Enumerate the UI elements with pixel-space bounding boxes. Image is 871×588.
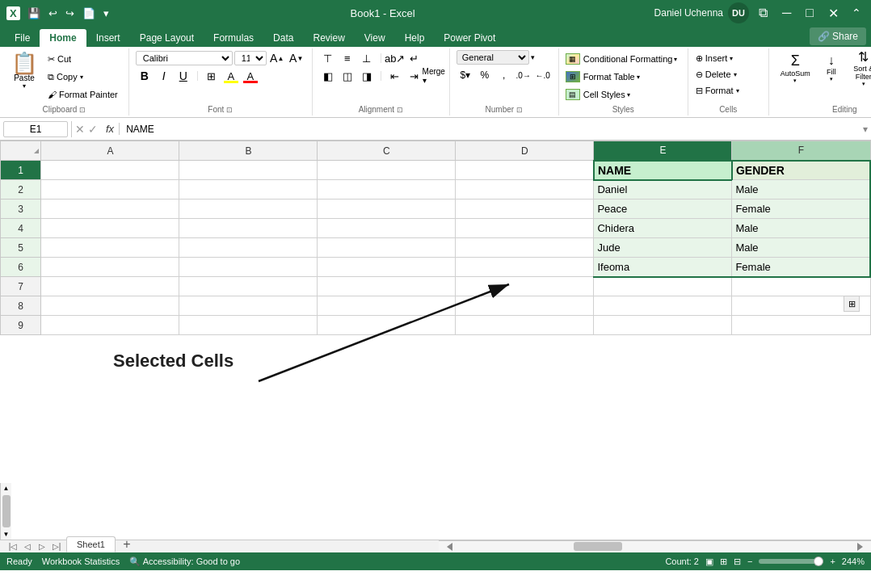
cell-d5[interactable] — [456, 238, 594, 258]
cell-b6[interactable] — [179, 258, 318, 277]
cell-c6[interactable] — [318, 258, 456, 277]
cell-styles-button[interactable]: ▤ Cell Styles ▾ — [562, 86, 633, 103]
wrap-text-button[interactable]: ↵ — [406, 50, 423, 66]
col-header-d[interactable]: D — [456, 141, 594, 161]
middle-align-button[interactable]: ≡ — [339, 50, 356, 66]
sheet-nav-first[interactable]: |◁ — [6, 540, 19, 552]
fill-color-button[interactable]: A — [222, 68, 240, 84]
grid-scroll[interactable]: A B C D E F 1 NAME GENDER — [0, 141, 871, 483]
cell-d1[interactable] — [456, 161, 594, 180]
cell-d3[interactable] — [456, 200, 594, 219]
grow-font-button[interactable]: A▲ — [268, 50, 286, 66]
orientation-button[interactable]: ab↗ — [386, 50, 404, 66]
cancel-icon[interactable]: ✕ — [75, 123, 85, 136]
zoom-slider-thumb[interactable] — [814, 556, 823, 566]
corner-select-all[interactable] — [1, 141, 41, 161]
paste-button[interactable]: 📋 Paste ▾ — [6, 50, 42, 92]
decrease-indent-button[interactable]: ⇤ — [386, 68, 404, 84]
row-num-2[interactable]: 2 — [1, 180, 41, 200]
cell-e1[interactable]: NAME — [594, 161, 732, 180]
shrink-font-button[interactable]: A▼ — [288, 50, 305, 66]
fill-button[interactable]: ↓ Fill ▾ — [817, 50, 846, 86]
sheet-nav-last[interactable]: ▷| — [50, 540, 63, 552]
cell-d2[interactable] — [456, 180, 594, 200]
customize-icon[interactable]: ▾ — [101, 6, 112, 21]
cell-a1[interactable] — [41, 161, 179, 180]
cell-d6[interactable] — [456, 258, 594, 277]
cell-b7[interactable] — [179, 277, 318, 296]
tab-insert[interactable]: Insert — [86, 29, 130, 47]
cell-e8[interactable] — [594, 296, 732, 316]
cell-c8[interactable] — [318, 296, 456, 316]
tab-view[interactable]: View — [355, 29, 395, 47]
cell-f2[interactable]: Male — [732, 180, 870, 200]
tab-power-pivot[interactable]: Power Pivot — [434, 29, 505, 47]
scroll-thumb[interactable] — [2, 495, 11, 527]
col-header-f[interactable]: F — [732, 141, 870, 161]
cell-a7[interactable] — [41, 277, 179, 296]
scroll-left-button[interactable] — [447, 543, 452, 551]
sheet-nav-next[interactable]: ▷ — [36, 540, 48, 552]
row-num-9[interactable]: 9 — [1, 316, 41, 335]
scroll-thumb-h[interactable] — [574, 542, 622, 551]
insert-button[interactable]: ⊕ Insert ▾ — [692, 50, 738, 66]
horizontal-scroll-track[interactable] — [439, 540, 871, 552]
tab-help[interactable]: Help — [395, 29, 435, 47]
page-break-view-icon[interactable]: ⊟ — [734, 556, 741, 567]
page-layout-view-icon[interactable]: ⊞ — [720, 556, 727, 567]
cell-d9[interactable] — [456, 316, 594, 335]
cut-button[interactable]: ✂ Cut — [44, 51, 122, 67]
delete-button[interactable]: ⊖ Delete ▾ — [692, 66, 741, 82]
cell-b8[interactable] — [179, 296, 318, 316]
cell-c2[interactable] — [318, 180, 456, 200]
cell-e9[interactable] — [594, 316, 732, 335]
user-avatar[interactable]: DU — [728, 2, 749, 23]
cell-e6[interactable]: Ifeoma — [594, 258, 732, 277]
cell-c7[interactable] — [318, 277, 456, 296]
conditional-formatting-button[interactable]: ▦ Conditional Formatting ▾ — [562, 50, 681, 68]
sort-filter-button[interactable]: ⇅ Sort &Filter ▾ — [848, 50, 871, 86]
cell-b2[interactable] — [179, 180, 318, 200]
cell-d4[interactable] — [456, 219, 594, 238]
currency-button[interactable]: $▾ — [457, 67, 474, 83]
cell-a4[interactable] — [41, 219, 179, 238]
sheet-nav-prev[interactable]: ◁ — [21, 540, 34, 552]
redo-icon[interactable]: ↪ — [63, 6, 77, 21]
cell-f7[interactable] — [732, 277, 870, 296]
cell-a5[interactable] — [41, 238, 179, 258]
tab-home[interactable]: Home — [40, 29, 86, 47]
tab-page-layout[interactable]: Page Layout — [130, 29, 204, 47]
col-header-e[interactable]: E — [594, 141, 732, 161]
zoom-level[interactable]: 244% — [842, 556, 865, 566]
scroll-down-button[interactable]: ▼ — [1, 529, 11, 540]
cell-c3[interactable] — [318, 200, 456, 219]
copy-button[interactable]: ⧉ Copy ▾ — [44, 69, 122, 85]
save-icon[interactable]: 💾 — [25, 6, 43, 21]
cell-d8[interactable] — [456, 296, 594, 316]
cell-e5[interactable]: Jude — [594, 238, 732, 258]
font-size-selector[interactable]: 11 — [234, 51, 267, 65]
row-num-3[interactable]: 3 — [1, 200, 41, 219]
row-num-6[interactable]: 6 — [1, 258, 41, 277]
cell-reference-box[interactable] — [3, 121, 68, 137]
center-align-button[interactable]: ◫ — [339, 68, 356, 84]
cell-e3[interactable]: Peace — [594, 200, 732, 219]
format-button[interactable]: ⊟ Format ▾ — [692, 82, 743, 99]
number-format-selector[interactable]: General — [457, 50, 529, 65]
zoom-slider[interactable] — [759, 559, 823, 564]
new-doc-icon[interactable]: 📄 — [80, 6, 98, 21]
restore-icon[interactable]: ⧉ — [754, 6, 772, 20]
underline-button[interactable]: U — [175, 68, 192, 84]
share-button[interactable]: 🔗 Share — [810, 27, 866, 45]
cell-e7[interactable] — [594, 277, 732, 296]
tab-review[interactable]: Review — [303, 29, 354, 47]
row-num-7[interactable]: 7 — [1, 277, 41, 296]
undo-icon[interactable]: ↩ — [46, 6, 60, 21]
cell-a9[interactable] — [41, 316, 179, 335]
cell-c5[interactable] — [318, 238, 456, 258]
cell-a2[interactable] — [41, 180, 179, 200]
col-header-a[interactable]: A — [41, 141, 179, 161]
bottom-align-button[interactable]: ⊥ — [358, 50, 376, 66]
cell-c9[interactable] — [318, 316, 456, 335]
confirm-icon[interactable]: ✓ — [88, 123, 98, 136]
